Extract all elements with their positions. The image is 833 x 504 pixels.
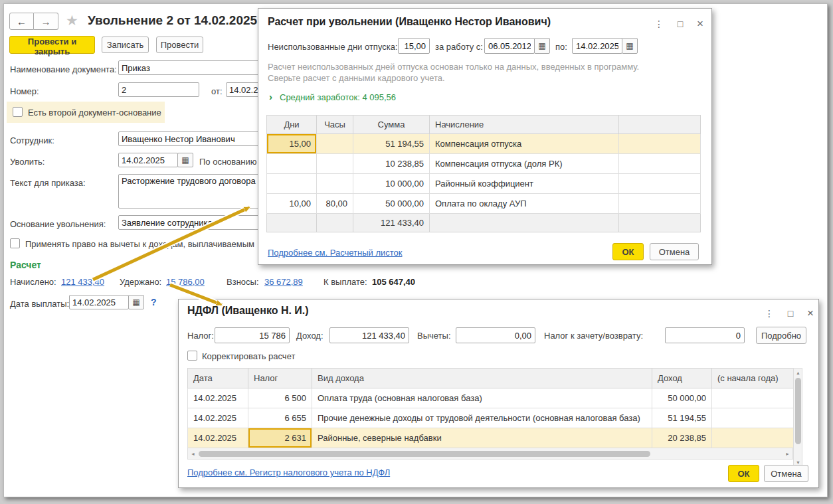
- maximize-icon: □: [788, 308, 793, 319]
- dismissal-reason-input[interactable]: [118, 215, 260, 230]
- save-button[interactable]: Записать: [102, 37, 149, 53]
- table-row[interactable]: 10 000,00 Районный коэффициент: [267, 174, 701, 194]
- maximize-button[interactable]: □: [673, 17, 688, 31]
- scroll-right-icon[interactable]: ►: [785, 452, 790, 456]
- vertical-scrollbar[interactable]: ▲ ▼: [793, 368, 802, 467]
- cell-amount[interactable]: 10 000,00: [353, 174, 430, 194]
- table-row[interactable]: 14.02.2025 2 631 Районные, северные надб…: [188, 428, 794, 448]
- employee-input[interactable]: [118, 131, 260, 146]
- cell-income[interactable]: 51 194,55: [652, 408, 712, 428]
- deductions-checkbox[interactable]: [10, 238, 20, 248]
- close-icon: ×: [807, 307, 814, 319]
- work-from-calendar-button[interactable]: ▦: [534, 38, 550, 54]
- order-text-input[interactable]: Расторжение трудового договора: [118, 174, 260, 209]
- page-title: Увольнение 2 от 14.02.2025: [88, 13, 257, 28]
- ok-button[interactable]: ОК: [728, 465, 759, 482]
- table-row[interactable]: 14.02.2025 6 655 Прочие денежные доходы …: [188, 408, 794, 428]
- favorite-star-icon[interactable]: ★: [66, 13, 78, 29]
- cell-days[interactable]: [267, 154, 317, 174]
- menu-button[interactable]: ⋮: [762, 307, 777, 320]
- close-button[interactable]: ×: [693, 17, 707, 31]
- income-input[interactable]: [329, 327, 409, 343]
- work-from-input[interactable]: [484, 38, 535, 54]
- table-row[interactable]: 10,00 80,00 50 000,00 Оплата по окладу А…: [267, 194, 701, 214]
- scrollbar-thumb[interactable]: [199, 451, 650, 457]
- cell-ytd[interactable]: [712, 428, 794, 448]
- cell-income[interactable]: 50 000,00: [652, 388, 712, 408]
- adjust-checkbox[interactable]: [187, 351, 197, 361]
- dismiss-calendar-button[interactable]: ▦: [177, 153, 193, 167]
- cell-amount[interactable]: 10 238,85: [353, 154, 430, 174]
- cancel-button[interactable]: Отмена: [764, 465, 808, 482]
- work-to-calendar-button[interactable]: ▦: [622, 38, 638, 54]
- help-icon[interactable]: ?: [151, 297, 157, 307]
- table-row[interactable]: 10 238,85 Компенсация отпуска (доля РК): [267, 154, 701, 174]
- ok-button[interactable]: ОК: [612, 243, 644, 260]
- pay-date-input[interactable]: [69, 295, 129, 309]
- horizontal-scrollbar[interactable]: ◄ ►: [187, 448, 793, 460]
- unused-days-input[interactable]: [398, 38, 430, 54]
- contributions-link[interactable]: 36 672,89: [264, 277, 303, 287]
- scrollbar-thumb[interactable]: [795, 378, 801, 444]
- offset-input[interactable]: [665, 327, 745, 343]
- details-button[interactable]: Подробно: [756, 327, 806, 344]
- cell-date[interactable]: 14.02.2025: [188, 388, 248, 408]
- cell-accrual[interactable]: Оплата по окладу АУП: [430, 194, 619, 214]
- adjust-checkbox-label: Корректировать расчет: [202, 351, 295, 361]
- doc-name-input[interactable]: [118, 60, 260, 75]
- cell-days[interactable]: 10,00: [267, 194, 317, 214]
- post-button[interactable]: Провести: [156, 37, 203, 53]
- cell-date[interactable]: 14.02.2025: [188, 408, 248, 428]
- cell-amount[interactable]: 51 194,55: [353, 134, 430, 154]
- ndfl-dialog: НДФЛ (Иващенко Н. И.) ⋮ □ × Налог: Доход…: [178, 299, 819, 488]
- cell-hours[interactable]: [317, 134, 353, 154]
- cell-kind[interactable]: Оплата труда (основная налоговая база): [312, 388, 652, 408]
- cell-accrual[interactable]: Компенсация отпуска: [430, 134, 619, 154]
- payslip-details-link[interactable]: Подробнее см. Расчетный листок: [268, 248, 403, 258]
- cell-tax[interactable]: 2 631: [248, 428, 312, 448]
- forward-button[interactable]: →: [34, 13, 58, 30]
- cell-hours[interactable]: 80,00: [317, 194, 353, 214]
- cell-date[interactable]: 14.02.2025: [188, 428, 248, 448]
- post-and-close-button[interactable]: Провести и закрыть: [9, 36, 95, 54]
- cell-tax[interactable]: 6 655: [248, 408, 312, 428]
- cell-days[interactable]: 15,00: [267, 134, 317, 154]
- cell-ytd[interactable]: [712, 408, 794, 428]
- work-to-label: по:: [555, 42, 567, 52]
- cell-days[interactable]: [267, 174, 317, 194]
- date-from-input[interactable]: [226, 82, 261, 97]
- second-doc-checkbox[interactable]: [13, 107, 23, 117]
- cell-tax[interactable]: 6 500: [248, 388, 312, 408]
- back-button[interactable]: ←: [9, 13, 34, 30]
- cell-income[interactable]: 20 238,85: [652, 428, 712, 448]
- maximize-button[interactable]: □: [783, 307, 798, 320]
- scroll-down-icon[interactable]: ▼: [796, 460, 800, 465]
- cell-kind[interactable]: Прочие денежные доходы от трудовой деяте…: [312, 408, 652, 428]
- deductions-input[interactable]: [456, 327, 535, 343]
- dismiss-date-input[interactable]: [118, 153, 178, 167]
- expander-icon[interactable]: ›: [269, 91, 272, 102]
- menu-button[interactable]: ⋮: [652, 17, 666, 31]
- pay-date-calendar-button[interactable]: ▦: [128, 295, 144, 309]
- cell-amount[interactable]: 50 000,00: [353, 194, 430, 214]
- tax-register-link[interactable]: Подробнее см. Регистр налогового учета п…: [187, 467, 390, 477]
- number-input[interactable]: [118, 82, 199, 97]
- tax-input[interactable]: [215, 327, 290, 343]
- cell-accrual[interactable]: Районный коэффициент: [430, 174, 619, 194]
- table-row[interactable]: 15,00 51 194,55 Компенсация отпуска: [267, 134, 701, 154]
- cell-hours[interactable]: [317, 174, 353, 194]
- cell-hours[interactable]: [317, 154, 353, 174]
- work-to-input[interactable]: [572, 38, 622, 54]
- accrued-link[interactable]: 121 433,40: [61, 277, 104, 287]
- cell-ytd[interactable]: [712, 388, 794, 408]
- withheld-link[interactable]: 15 786,00: [166, 277, 205, 287]
- close-button[interactable]: ×: [803, 307, 818, 320]
- cancel-button[interactable]: Отмена: [650, 243, 699, 260]
- cell-accrual[interactable]: Компенсация отпуска (доля РК): [430, 154, 619, 174]
- cell-kind[interactable]: Районные, северные надбавки: [312, 428, 652, 448]
- table-row[interactable]: 14.02.2025 6 500 Оплата труда (основная …: [188, 388, 794, 408]
- maximize-icon: □: [678, 19, 683, 29]
- average-earnings-link[interactable]: Средний заработок: 4 095,56: [280, 92, 396, 102]
- scroll-left-icon[interactable]: ◄: [191, 452, 195, 456]
- scroll-up-icon[interactable]: ▲: [796, 371, 800, 375]
